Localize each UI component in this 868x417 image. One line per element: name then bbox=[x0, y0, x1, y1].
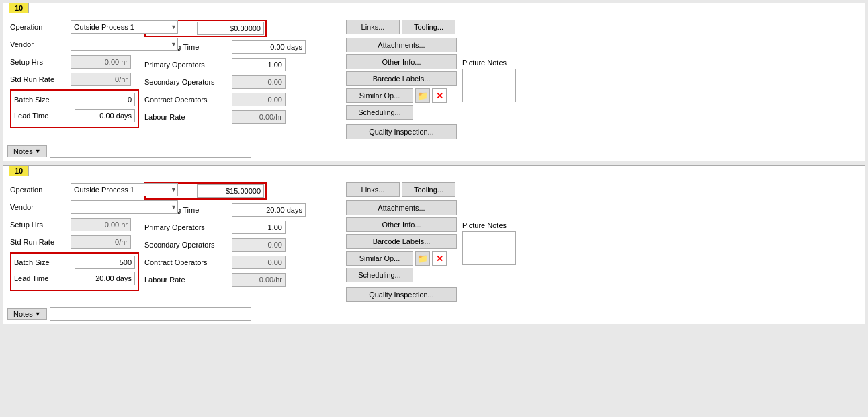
vendor-select[interactable] bbox=[71, 38, 178, 51]
scheduling-row: Scheduling... bbox=[346, 105, 457, 120]
operation-block-1: 10OperationOutside Process 1▼Vendor▼Setu… bbox=[3, 165, 865, 324]
setup-hrs-label: Setup Hrs bbox=[10, 58, 71, 66]
primary-operators-input[interactable] bbox=[232, 58, 286, 71]
processing-time-input[interactable] bbox=[232, 203, 306, 217]
folder-icon[interactable]: 📁 bbox=[415, 251, 430, 266]
batch-size-input[interactable] bbox=[75, 256, 135, 269]
batch-lead-group: Batch SizeLead Time bbox=[10, 252, 139, 291]
delete-icon[interactable]: ✕ bbox=[432, 251, 447, 266]
secondary-operators-input[interactable] bbox=[232, 75, 286, 89]
col-left: OperationOutside Process 1▼Vendor▼Setup … bbox=[7, 181, 142, 303]
std-run-rate-input[interactable] bbox=[71, 73, 131, 86]
batch-size-label: Batch Size bbox=[14, 258, 75, 266]
labour-rate-row: Labour Rate bbox=[144, 110, 341, 124]
picture-notes-box bbox=[462, 231, 516, 265]
contract-operators-row: Contract Operators bbox=[144, 92, 341, 107]
lead-time-label: Lead Time bbox=[14, 274, 75, 282]
links-button[interactable]: Links... bbox=[346, 182, 400, 197]
operation-select[interactable]: Outside Process 1 bbox=[71, 20, 178, 34]
other-info-button[interactable]: Other Info... bbox=[346, 54, 457, 69]
operation-label: Operation bbox=[10, 23, 71, 31]
operation-row: OperationOutside Process 1▼ bbox=[10, 182, 139, 197]
std-run-rate-input[interactable] bbox=[71, 235, 131, 249]
similar-op-button[interactable]: Similar Op... bbox=[346, 251, 413, 266]
col-middle: Unit CostProcessing TimePrimary Operator… bbox=[142, 181, 343, 303]
labour-rate-row: Labour Rate bbox=[144, 272, 341, 287]
scheduling-row: Scheduling... bbox=[346, 268, 457, 282]
quality-inspection-button[interactable]: Quality Inspection... bbox=[346, 287, 457, 302]
attachments-button[interactable]: Attachments... bbox=[346, 200, 457, 215]
primary-operators-row: Primary Operators bbox=[144, 220, 341, 235]
setup-hrs-label: Setup Hrs bbox=[10, 221, 71, 229]
links-tooling-row: Links...Tooling... bbox=[346, 20, 457, 34]
lead-time-input[interactable] bbox=[75, 109, 135, 122]
similar-op-button[interactable]: Similar Op... bbox=[346, 88, 413, 103]
contract-operators-label: Contract Operators bbox=[144, 96, 232, 104]
contract-operators-row: Contract Operators bbox=[144, 255, 341, 270]
notes-text-input[interactable] bbox=[50, 307, 251, 321]
secondary-operators-label: Secondary Operators bbox=[144, 241, 232, 249]
col-buttons-primary: Links...Tooling...Attachments...Other In… bbox=[343, 181, 460, 303]
batch-size-input[interactable] bbox=[75, 93, 135, 106]
scheduling-button[interactable]: Scheduling... bbox=[346, 268, 413, 282]
scheduling-button[interactable]: Scheduling... bbox=[346, 105, 413, 120]
notes-label: Notes bbox=[13, 310, 33, 318]
std-run-rate-row: Std Run Rate bbox=[10, 235, 139, 250]
contract-operators-label: Contract Operators bbox=[144, 258, 232, 266]
lead-time-input[interactable] bbox=[75, 272, 135, 285]
barcode-labels-button[interactable]: Barcode Labels... bbox=[346, 71, 457, 86]
labour-rate-input[interactable] bbox=[232, 273, 286, 287]
unit-cost-input[interactable] bbox=[197, 184, 264, 198]
tooling-button[interactable]: Tooling... bbox=[402, 182, 455, 197]
notes-button[interactable]: Notes▼ bbox=[7, 308, 47, 320]
setup-hrs-input[interactable] bbox=[71, 218, 131, 231]
notes-text-input[interactable] bbox=[50, 145, 251, 158]
vendor-label: Vendor bbox=[10, 203, 71, 211]
vendor-select[interactable] bbox=[71, 200, 178, 214]
folder-icon[interactable]: 📁 bbox=[415, 88, 430, 103]
std-run-rate-row: Std Run Rate bbox=[10, 72, 139, 87]
vendor-row: Vendor▼ bbox=[10, 37, 139, 52]
vendor-label: Vendor bbox=[10, 40, 71, 48]
std-run-rate-label: Std Run Rate bbox=[10, 238, 71, 246]
notes-row: Notes▼ bbox=[3, 305, 865, 324]
std-run-rate-label: Std Run Rate bbox=[10, 75, 71, 83]
delete-icon[interactable]: ✕ bbox=[432, 88, 447, 103]
contract-operators-input[interactable] bbox=[232, 93, 286, 106]
secondary-operators-input[interactable] bbox=[232, 238, 286, 252]
chevron-down-icon: ▼ bbox=[35, 311, 41, 317]
contract-operators-input[interactable] bbox=[232, 256, 286, 269]
batch-size-row: Batch Size bbox=[14, 255, 135, 270]
notes-row: Notes▼ bbox=[3, 142, 865, 161]
operation-select[interactable]: Outside Process 1 bbox=[71, 183, 178, 196]
vendor-row: Vendor▼ bbox=[10, 200, 139, 215]
tooling-button[interactable]: Tooling... bbox=[402, 20, 455, 34]
picture-notes-label: Picture Notes bbox=[462, 221, 516, 229]
batch-size-row: Batch Size bbox=[14, 92, 135, 107]
other-info-button[interactable]: Other Info... bbox=[346, 217, 457, 232]
labour-rate-input[interactable] bbox=[232, 110, 286, 124]
links-button[interactable]: Links... bbox=[346, 20, 400, 34]
picture-notes-col: Picture Notes bbox=[460, 18, 519, 141]
processing-time-input[interactable] bbox=[232, 40, 306, 54]
lead-time-label: Lead Time bbox=[14, 112, 75, 120]
unit-cost-input[interactable] bbox=[197, 22, 264, 35]
primary-operators-input[interactable] bbox=[232, 221, 286, 234]
lead-time-row: Lead Time bbox=[14, 271, 135, 286]
quality-inspection-button[interactable]: Quality Inspection... bbox=[346, 124, 457, 139]
attachments-button[interactable]: Attachments... bbox=[346, 38, 457, 52]
notes-label: Notes bbox=[13, 147, 33, 155]
similar-op-row: Similar Op...📁✕ bbox=[346, 251, 457, 266]
batch-lead-group: Batch SizeLead Time bbox=[10, 89, 139, 128]
operation-label: Operation bbox=[10, 186, 71, 194]
notes-button[interactable]: Notes▼ bbox=[7, 145, 47, 157]
primary-operators-row: Primary Operators bbox=[144, 57, 341, 72]
tab-label: 10 bbox=[9, 3, 29, 13]
operation-row: OperationOutside Process 1▼ bbox=[10, 20, 139, 34]
barcode-labels-button[interactable]: Barcode Labels... bbox=[346, 234, 457, 249]
operation-block-0: 10OperationOutside Process 1▼Vendor▼Setu… bbox=[3, 3, 865, 161]
setup-hrs-input[interactable] bbox=[71, 55, 131, 69]
secondary-operators-row: Secondary Operators bbox=[144, 75, 341, 89]
col-middle: Unit CostProcessing TimePrimary Operator… bbox=[142, 18, 343, 141]
primary-operators-label: Primary Operators bbox=[144, 61, 232, 69]
